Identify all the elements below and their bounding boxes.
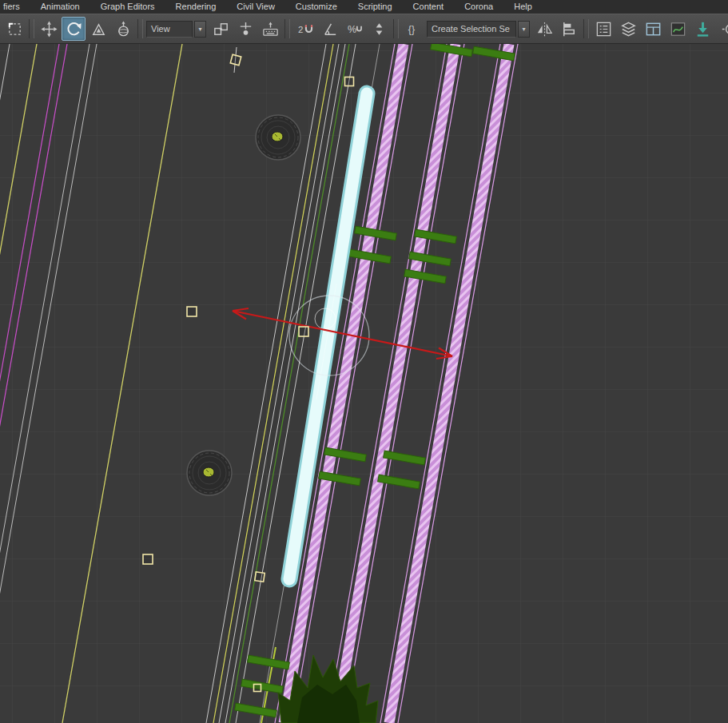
angle-snap-button[interactable] xyxy=(317,17,341,41)
menu-item-help[interactable]: Help xyxy=(503,1,543,13)
clipped-icon xyxy=(718,20,728,38)
mirror-icon xyxy=(535,20,554,38)
snap-mode-label: 2 xyxy=(297,24,302,34)
curve-editor-icon xyxy=(669,20,687,38)
angle-snap-icon xyxy=(320,20,339,38)
menu-item-content[interactable]: Content xyxy=(403,1,455,13)
menu-item-corona[interactable]: Corona xyxy=(454,1,503,13)
menu-item-scripting[interactable]: Scripting xyxy=(348,1,403,13)
menu-item-customize[interactable]: Customize xyxy=(285,1,348,13)
toggle-scene-explorer-button[interactable] xyxy=(591,17,615,41)
scene-explorer-icon xyxy=(595,20,613,38)
menu-bar: fiers Animation Graph Editors Rendering … xyxy=(0,0,728,14)
keyboard-icon xyxy=(261,20,280,38)
toolbar-separator xyxy=(284,19,290,38)
select-and-manipulate-button[interactable] xyxy=(233,17,257,41)
toolbar-separator xyxy=(29,19,34,38)
menu-item-animation[interactable]: Animation xyxy=(30,1,90,13)
tree-object[interactable] xyxy=(256,115,300,160)
snap-magnet-icon: 2 xyxy=(296,20,314,38)
use-pivot-point-center-button[interactable] xyxy=(209,17,233,41)
window-grid-icon xyxy=(644,20,662,38)
toolbar-separator xyxy=(393,19,399,38)
spinner-snap-button[interactable] xyxy=(367,17,391,41)
braces-label: {} xyxy=(408,24,414,35)
select-and-scale-button[interactable] xyxy=(86,17,110,41)
select-and-place-button[interactable] xyxy=(111,17,135,41)
named-selection-set-value: Create Selection Se xyxy=(432,24,510,34)
select-and-rotate-button[interactable] xyxy=(62,17,86,41)
percent-label: % xyxy=(347,24,356,35)
named-selection-set-dropdown[interactable]: Create Selection Se xyxy=(427,21,516,38)
menu-item-modifiers-partial[interactable]: fiers xyxy=(2,1,30,13)
coordinate-system-value: View xyxy=(151,24,170,34)
down-arrow-bar-icon xyxy=(694,20,712,38)
layers-icon xyxy=(619,20,638,38)
percent-snap-icon: % xyxy=(345,20,364,38)
toggle-layer-explorer-button[interactable] xyxy=(616,17,640,41)
clipped-toolbar-button[interactable] xyxy=(715,17,728,41)
chevron-down-icon[interactable]: ▾ xyxy=(194,21,206,38)
place-icon xyxy=(114,20,133,38)
align-icon xyxy=(560,20,579,38)
edit-named-selection-sets-button[interactable]: {} xyxy=(401,17,425,41)
scale-icon xyxy=(90,20,108,38)
toggle-ribbon-button[interactable] xyxy=(641,17,665,41)
select-and-move-button[interactable] xyxy=(37,17,61,41)
tree-object[interactable] xyxy=(187,451,232,495)
chevron-down-icon[interactable]: ▾ xyxy=(518,21,530,38)
marquee-select-button[interactable] xyxy=(2,17,26,41)
toolbar-separator xyxy=(583,19,589,38)
spinner-snap-icon xyxy=(370,20,388,38)
keyboard-shortcut-override-button[interactable] xyxy=(258,17,282,41)
marquee-select-icon xyxy=(6,20,24,38)
rotate-icon xyxy=(65,20,83,38)
menu-item-rendering[interactable]: Rendering xyxy=(165,1,227,13)
mirror-button[interactable] xyxy=(532,17,556,41)
viewport[interactable] xyxy=(0,44,728,723)
menu-item-civil-view[interactable]: Civil View xyxy=(226,1,284,13)
coordinate-system-dropdown[interactable]: View xyxy=(146,21,193,38)
manipulate-icon xyxy=(237,20,255,38)
viewport-canvas[interactable] xyxy=(0,44,728,723)
main-toolbar: View ▾ 2 xyxy=(0,14,728,44)
percent-snap-button[interactable]: % xyxy=(342,17,366,41)
braces-icon: {} xyxy=(404,20,423,38)
align-button[interactable] xyxy=(557,17,581,41)
toolbar-separator xyxy=(137,19,143,38)
schematic-view-button[interactable] xyxy=(690,17,714,41)
menu-item-graph-editors[interactable]: Graph Editors xyxy=(90,1,165,13)
pivot-center-icon xyxy=(212,20,230,38)
snaps-toggle-button[interactable]: 2 xyxy=(292,17,316,41)
curve-editor-button[interactable] xyxy=(666,17,690,41)
move-icon xyxy=(40,20,58,38)
